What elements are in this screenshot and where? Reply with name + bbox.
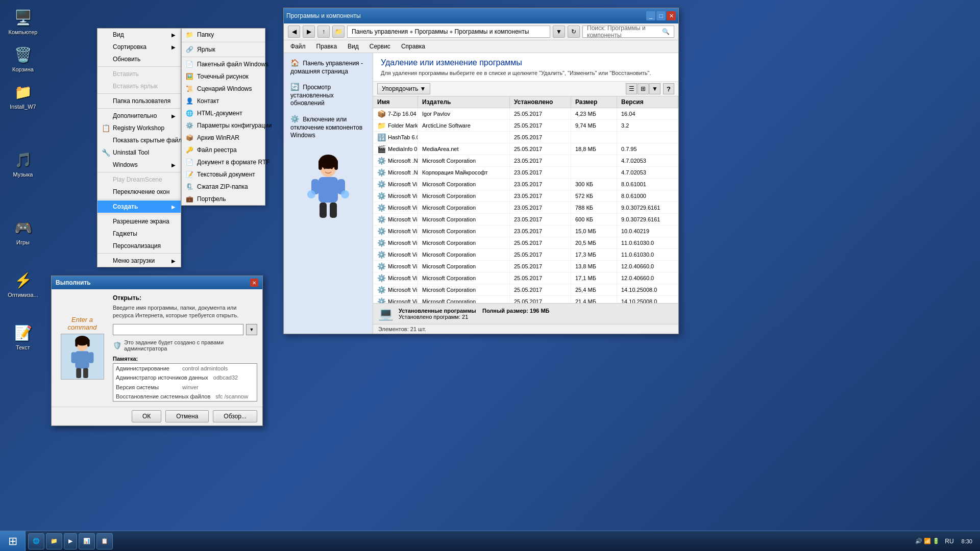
cp-col-publisher[interactable]: Издатель (418, 96, 510, 108)
table-row[interactable]: 🎬MediaInfo 0.7.95 MediaArea.net 25.05.20… (373, 143, 678, 155)
cp-up-button[interactable]: ↑ (317, 26, 330, 38)
table-row[interactable]: ⚙️Microsoft .NET Framework 4.7 (Русский)… (373, 167, 678, 179)
submenu-item-config[interactable]: ⚙️ Параметры конфигурации (182, 119, 265, 132)
table-row[interactable]: 📦7-Zip 16.04 (x64) Igor Pavlov 25.05.201… (373, 108, 678, 120)
taskbar-ie-button[interactable]: 🌐 (28, 533, 44, 549)
cp-sidebar-item-features[interactable]: ⚙️ Включение или отключение компонентов … (286, 112, 370, 142)
menu-item-personalize[interactable]: Персонализация (97, 240, 181, 252)
submenu-item-shortcut[interactable]: 🔗 Ярлык (182, 43, 265, 56)
desktop-icon-music[interactable]: 🎵 Музыка (5, 147, 41, 180)
submenu-item-bat[interactable]: 📄 Пакетный файл Windows (182, 58, 265, 70)
cp-close-button[interactable]: ✕ (667, 11, 676, 20)
cp-search-box[interactable]: Поиск: Программы и компоненты 🔍 (582, 26, 674, 38)
cp-col-version[interactable]: Версия (617, 96, 678, 108)
menu-item-dreamscene[interactable]: Play DreamScene (97, 173, 181, 186)
table-row[interactable]: ⚙️Microsoft Visual C++ 2015 Redistributa… (373, 284, 678, 296)
table-row[interactable]: ⚙️Microsoft Visual C++ 2013 Redistributa… (373, 261, 678, 272)
taskbar-media-button[interactable]: ▶ (64, 533, 77, 549)
cp-sidebar-item-home[interactable]: 🏠 Панель управления - домашняя страница (286, 56, 370, 78)
submenu-item-vbs[interactable]: 📜 Сценарий Windows (182, 83, 265, 95)
breadcrumb-part[interactable]: Программы (415, 28, 448, 35)
desktop-icon-install[interactable]: 📁 Install_W7 (5, 80, 41, 112)
submenu-item-txt[interactable]: 📝 Текстовый документ (182, 168, 265, 181)
cp-col-size[interactable]: Размер (571, 96, 617, 108)
cp-menu-help[interactable]: Справка (397, 41, 429, 52)
cp-view-dropdown-button[interactable]: ▼ (649, 83, 660, 94)
menu-item-paste-shortcut[interactable]: Вставить ярлык (97, 80, 181, 92)
cp-forward-button[interactable]: ▶ (303, 26, 315, 38)
menu-item-switch-windows[interactable]: Переключение окон (97, 186, 181, 198)
menu-item-show-hidden[interactable]: Показать скрытые файлы (97, 134, 181, 146)
cp-help-button[interactable]: ? (663, 83, 674, 94)
desktop-icon-recycle[interactable]: 🗑️ Корзина (5, 42, 41, 74)
taskbar-item4[interactable]: 📊 (79, 533, 95, 549)
run-browse-button[interactable]: Обзор... (213, 410, 257, 422)
menu-item-sort[interactable]: Сортировка ▶ (97, 41, 181, 53)
submenu-item-html[interactable]: 🌐 HTML-документ (182, 107, 265, 119)
table-row[interactable]: ⚙️Microsoft Visual C++ 2012 Redistributa… (373, 237, 678, 249)
cp-list-view-button[interactable]: ☰ (626, 83, 637, 94)
cp-menu-file[interactable]: Файл (286, 41, 310, 52)
cp-sidebar-item-updates[interactable]: 🔄 Просмотр установленных обновлений (286, 80, 370, 110)
breadcrumb-part[interactable]: Панель управления (352, 28, 408, 35)
run-dropdown-button[interactable]: ▼ (246, 324, 257, 335)
submenu-item-folder[interactable]: 📁 Папку (182, 29, 265, 41)
cp-menu-service[interactable]: Сервис (365, 41, 395, 52)
table-row[interactable]: 🔢HashTab 6.0.0.28 25.05.2017 (373, 132, 678, 143)
menu-item-registry-workshop[interactable]: 📋 Registry Workshop (97, 122, 181, 134)
submenu-item-portfolio[interactable]: 💼 Портфель (182, 193, 265, 205)
cp-maximize-button[interactable]: □ (656, 11, 666, 20)
menu-item-uninstall-tool[interactable]: 🔧 Uninstall Tool (97, 146, 181, 159)
cp-back-button[interactable]: ◀ (288, 26, 300, 38)
menu-item-boot-menu[interactable]: Меню загрузки ▶ (97, 255, 181, 267)
cp-sort-button[interactable]: Упорядочить ▼ (377, 83, 430, 94)
run-input-field[interactable] (113, 324, 243, 335)
cp-col-installed[interactable]: Установлено (510, 96, 571, 108)
run-ok-button[interactable]: ОК (132, 410, 161, 422)
submenu-item-rar[interactable]: 📦 Архив WinRAR (182, 132, 265, 144)
table-row[interactable]: 📁Folder Marker Pro v 3.2 ArcticLine Soft… (373, 120, 678, 132)
submenu-item-contact[interactable]: 👤 Контакт (182, 95, 265, 107)
submenu-item-bitmap[interactable]: 🖼️ Точечный рисунок (182, 70, 265, 83)
table-row[interactable]: ⚙️Microsoft Visual C++ 2008 Redistributa… (373, 202, 678, 214)
desktop-icon-computer[interactable]: 🖥️ Компьютер (5, 5, 41, 37)
cp-menu-edit[interactable]: Правка (312, 41, 341, 52)
table-row[interactable]: ⚙️Microsoft Visual C++ 2008 Redistributa… (373, 214, 678, 226)
menu-item-additional[interactable]: Дополнительно ▶ (97, 110, 181, 122)
table-row[interactable]: ⚙️Microsoft Visual C++ 2013 Redistributa… (373, 272, 678, 284)
menu-item-screen-res[interactable]: Разрешение экрана (97, 215, 181, 228)
menu-item-user-folder[interactable]: Папка пользователя (97, 95, 181, 107)
menu-item-refresh[interactable]: Обновить (97, 53, 181, 65)
table-row[interactable]: ⚙️Microsoft Visual C++ 2012 Redistributa… (373, 249, 678, 261)
cp-col-name[interactable]: Имя (373, 96, 418, 108)
cp-refresh-button[interactable]: ↻ (568, 26, 580, 38)
table-row[interactable]: ⚙️Microsoft Visual C++ 2010 x86 Redistri… (373, 226, 678, 237)
run-cancel-button[interactable]: Отмена (165, 410, 209, 422)
menu-item-gadgets[interactable]: Гаджеты (97, 228, 181, 240)
cp-menu-view[interactable]: Вид (344, 41, 363, 52)
menu-item-view[interactable]: Вид ▶ (97, 29, 181, 41)
desktop-icon-games[interactable]: 🎮 Игры (5, 215, 41, 247)
menu-item-create[interactable]: Создать ▶ (97, 201, 181, 213)
cp-dropdown-button[interactable]: ▼ (553, 26, 565, 38)
taskbar-explorer-button[interactable]: 📁 (46, 533, 62, 549)
desktop-icon-optimize[interactable]: ⚡ Оптимиза... (5, 268, 41, 300)
taskbar-item5[interactable]: 📋 (96, 533, 113, 549)
table-row[interactable]: ⚙️Microsoft Visual C++ 2005 Redistributa… (373, 190, 678, 202)
cp-tile-view-button[interactable]: ⊞ (638, 83, 649, 94)
run-dialog-close-button[interactable]: ✕ (250, 279, 258, 287)
run-memo-list[interactable]: Администрирование control admintools Адм… (113, 363, 257, 402)
submenu-item-reg[interactable]: 🔑 Файл реестра (182, 144, 265, 156)
table-row[interactable]: ⚙️Microsoft Visual C++ 2017 Redistributa… (373, 296, 678, 303)
table-row[interactable]: ⚙️Microsoft Visual C++ 2005 Redistributa… (373, 179, 678, 190)
cp-minimize-button[interactable]: _ (646, 11, 655, 20)
menu-item-windows[interactable]: Windows ▶ (97, 159, 181, 171)
breadcrumb-part[interactable]: Программы и компоненты (455, 28, 529, 35)
menu-item-paste[interactable]: Вставить (97, 68, 181, 80)
submenu-item-rtf[interactable]: 📄 Документ в формате RTF (182, 156, 265, 168)
submenu-item-zip[interactable]: 🗜️ Сжатая ZIP-папка (182, 181, 265, 193)
table-row[interactable]: ⚙️Microsoft .NET Framework 4.7 Microsoft… (373, 155, 678, 167)
cp-breadcrumb[interactable]: Панель управления ● Программы ● Программ… (347, 26, 550, 38)
desktop-icon-text[interactable]: 📝 Текст (5, 320, 41, 353)
start-button[interactable]: ⊞ (0, 531, 26, 552)
